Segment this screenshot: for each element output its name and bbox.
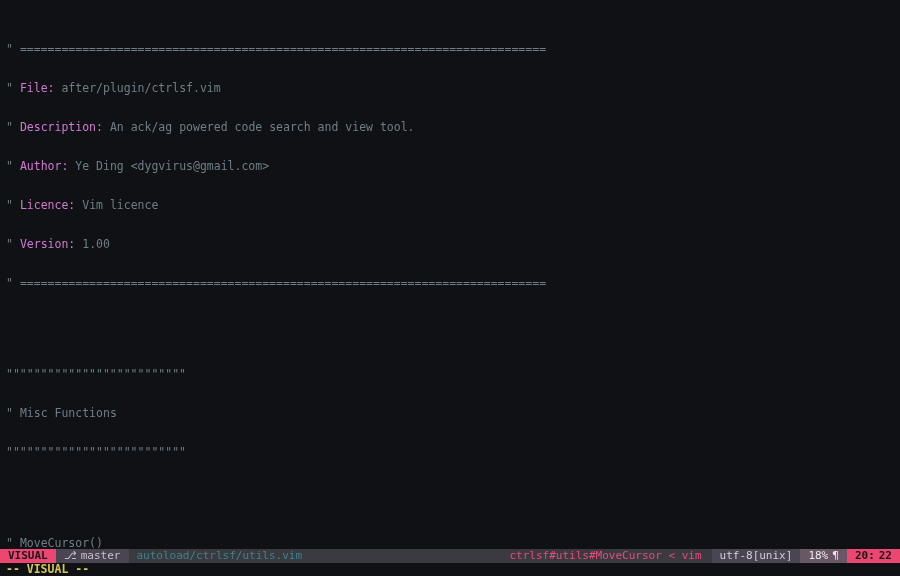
header-desc-label: Description:: [20, 120, 103, 134]
status-encoding: utf-8[unix]: [712, 549, 801, 563]
status-funcnav: ctrlsf#utils#MoveCursor < vim: [499, 549, 711, 563]
comment-quote: ": [6, 406, 13, 420]
header-licence-label: Licence:: [20, 198, 75, 212]
header-file-label: File:: [20, 81, 55, 95]
section-misc-title: Misc Functions: [20, 406, 117, 420]
header-version-value: 1.00: [82, 237, 110, 251]
doc-movecursor-name: MoveCursor(): [20, 536, 103, 550]
header-licence-value: Vim licence: [82, 198, 158, 212]
status-file: autoload/ctrlsf/utils.vim: [129, 549, 311, 563]
comment-quote: ": [6, 198, 13, 212]
code-area[interactable]: " ======================================…: [6, 4, 900, 546]
vim-cmdline[interactable]: -- VISUAL --: [0, 563, 900, 576]
pilcrow-icon: ¶: [828, 549, 839, 563]
vim-statusline: VISUAL ⎇master autoload/ctrlsf/utils.vim…: [0, 549, 900, 563]
comment-quote: ": [6, 237, 13, 251]
header-file-value: after/plugin/ctrlsf.vim: [61, 81, 220, 95]
status-branch-name: master: [81, 549, 121, 563]
header-rule-bottom: ========================================…: [20, 276, 546, 290]
status-position: 20:22: [847, 549, 900, 563]
header-author-value: Ye Ding <dygvirus@gmail.com>: [75, 159, 269, 173]
vim-editor-viewport: " ======================================…: [0, 0, 900, 576]
comment-quote: ": [6, 276, 13, 290]
status-col: 22: [875, 549, 892, 563]
status-line: 20: [855, 549, 868, 563]
comment-quote: ": [6, 536, 13, 550]
section-rule-top: """""""""""""""""""""""""": [6, 367, 186, 381]
comment-quote: ": [6, 120, 13, 134]
comment-quote: ": [6, 81, 13, 95]
comment-quote: ": [6, 42, 13, 56]
status-branch: ⎇master: [56, 549, 129, 563]
header-version-label: Version:: [20, 237, 75, 251]
comment-quote: ": [6, 159, 13, 173]
status-mode: VISUAL: [0, 549, 56, 563]
branch-icon: ⎇: [64, 549, 77, 563]
section-rule-bottom: """""""""""""""""""""""""": [6, 445, 186, 459]
status-percent-value: 18%: [808, 549, 828, 563]
header-author-label: Author:: [20, 159, 68, 173]
header-rule: ========================================…: [20, 42, 546, 56]
header-desc-value: An ack/ag powered code search and view t…: [110, 120, 415, 134]
status-percent: 18%¶: [800, 549, 847, 563]
